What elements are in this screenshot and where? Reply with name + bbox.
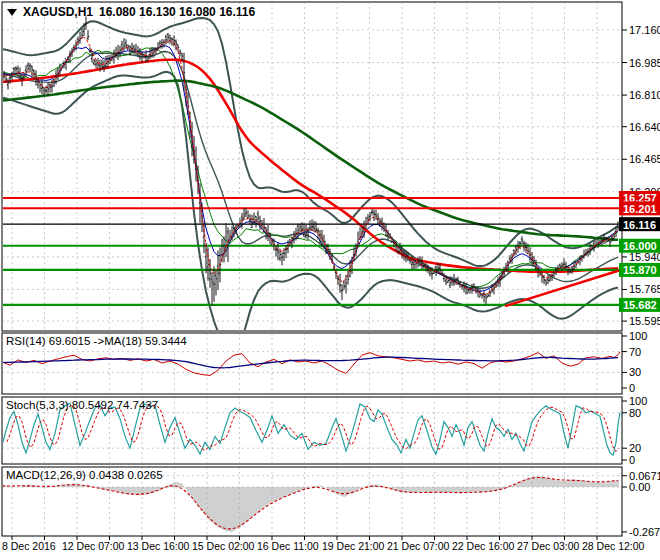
ema-thin-blue	[2, 46, 618, 292]
symbol-period-label: XAGUSD,H1	[23, 5, 93, 19]
rsi-axis-label: 70	[629, 346, 641, 358]
main-price-panel-frame	[2, 2, 622, 331]
price-badge-label: 15.682	[623, 299, 657, 311]
price-badge-label: 16.201	[623, 203, 657, 215]
time-axis-label[interactable]: 19 Dec 21:00	[322, 540, 385, 552]
main-price-panel[interactable]	[2, 2, 622, 353]
price-axis-label: 16.985	[629, 57, 660, 69]
macd-indicator-label: MACD(12,26,9) 0.0438 0.0265	[6, 469, 163, 481]
price-axis-label: 16.640	[629, 121, 660, 133]
ma-green-thick	[2, 81, 618, 240]
stoch-indicator-label: Stoch(5,3,3) 80.5492 74.7437	[6, 399, 158, 411]
time-axis-label[interactable]: 13 Dec 16:00	[127, 540, 190, 552]
candlesticks	[3, 16, 619, 305]
time-axis-label[interactable]: 16 Dec 11:00	[257, 540, 319, 552]
time-axis-label[interactable]: 8 Dec 2016	[2, 540, 56, 552]
stoch-main-line	[2, 403, 620, 455]
ema-thin-red	[2, 37, 618, 295]
price-axis-label: 16.810	[629, 89, 660, 101]
bollinger-lower	[2, 72, 618, 353]
stoch-axis-label: 20	[629, 442, 641, 454]
time-axis-label[interactable]: 27 Dec 03:00	[517, 540, 580, 552]
stoch-axis-label: 100	[629, 395, 647, 407]
trendline-support[interactable]	[505, 270, 622, 307]
trading-terminal-chart: 17.16016.98516.81016.64016.46516.29015.9…	[0, 0, 660, 560]
price-badge-label: 15.870	[623, 264, 657, 276]
macd-axis-label: 0.00	[629, 481, 650, 493]
price-axis-label: 17.160	[629, 24, 660, 36]
symbol-dropdown-icon[interactable]	[7, 9, 17, 16]
macd-axis-label: 0.0671	[629, 470, 660, 482]
macd-axis-label: -0.2675	[629, 526, 660, 538]
price-badge-label: 16.000	[623, 240, 657, 252]
time-axis-label[interactable]: 15 Dec 02:00	[192, 540, 255, 552]
time-axis-label[interactable]: 28 Dec 12:00	[582, 540, 645, 552]
ohlc-values: 16.080 16.130 16.080 16.116	[99, 5, 255, 19]
rsi-axis-label: 100	[629, 330, 647, 342]
time-axis-label[interactable]: 21 Dec 07:00	[387, 540, 450, 552]
price-axis-label: 15.595	[629, 315, 660, 327]
price-axis-label: 15.765	[629, 283, 660, 295]
rsi-axis-label: 0	[629, 382, 635, 394]
time-axis-label[interactable]: 12 Dec 07:00	[62, 540, 125, 552]
time-axis-label[interactable]: 22 Dec 16:00	[452, 540, 515, 552]
macd-histogram	[4, 476, 618, 532]
stoch-axis-label: 80	[629, 407, 641, 419]
price-axis-label: 16.465	[629, 153, 660, 165]
price-badge-label: 16.116	[623, 219, 656, 231]
rsi-axis-label: 30	[629, 366, 641, 378]
stoch-signal-line	[7, 405, 619, 451]
rsi-indicator-label: RSI(14) 69.6015 ->MA(18) 59.3444	[6, 335, 187, 347]
stoch-axis-label: 0	[629, 454, 635, 466]
chart-title: XAGUSD,H1 16.080 16.130 16.080 16.116	[7, 5, 255, 19]
